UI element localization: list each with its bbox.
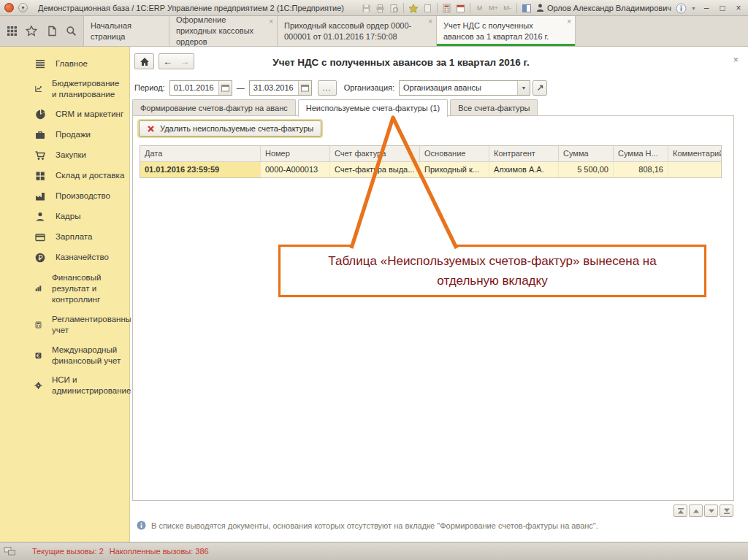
column-header-sum-vat[interactable]: Сумма Н... bbox=[614, 146, 668, 161]
status-bar: Текущие вызовы: 2 Накопленные вызовы: 38… bbox=[0, 542, 748, 560]
cell-basis[interactable]: Приходный к... bbox=[420, 162, 489, 177]
sections-menu-icon[interactable] bbox=[4, 23, 20, 39]
organization-value[interactable]: Организация авансы bbox=[400, 81, 517, 95]
split-window-icon[interactable] bbox=[522, 4, 532, 13]
memory-minus-button[interactable]: M- bbox=[503, 4, 512, 12]
save-icon[interactable] bbox=[362, 4, 371, 13]
sidebar-item-main[interactable]: Главное bbox=[0, 53, 129, 74]
go-to-top-button[interactable] bbox=[673, 505, 687, 517]
column-header-invoice[interactable]: Счет фактура bbox=[330, 146, 420, 161]
print-preview-icon[interactable] bbox=[389, 4, 399, 13]
close-tab-icon[interactable]: × bbox=[567, 18, 571, 26]
sidebar-item-crm[interactable]: CRM и маркетинг bbox=[0, 104, 129, 125]
close-form-icon[interactable]: × bbox=[733, 54, 739, 65]
toolbar-separator bbox=[437, 3, 438, 13]
sidebar-item-financial-result[interactable]: Финансовый результат и контроллинг bbox=[0, 268, 129, 310]
cell-sum-vat[interactable]: 808,16 bbox=[614, 162, 668, 177]
calculator-icon[interactable] bbox=[442, 4, 451, 13]
chevron-down-icon[interactable]: ▼ bbox=[517, 81, 530, 95]
attachment-icon[interactable] bbox=[423, 4, 432, 13]
close-tab-icon[interactable]: × bbox=[269, 18, 273, 26]
warehouse-grid-icon bbox=[34, 170, 46, 182]
tab-home[interactable]: Начальная страница bbox=[84, 16, 169, 46]
column-header-counterparty[interactable]: Контрагент bbox=[489, 146, 559, 161]
server-calls-icon bbox=[4, 546, 16, 556]
move-down-button[interactable] bbox=[704, 505, 718, 517]
page-title: Учет НДС с полученных авансов за 1 кварт… bbox=[131, 57, 671, 68]
home-button[interactable] bbox=[134, 53, 154, 69]
payroll-card-icon bbox=[34, 231, 46, 243]
minimize-button[interactable]: – bbox=[701, 3, 712, 13]
tab-invoice-generation[interactable]: Формирование счетов-фактур на аванс bbox=[132, 99, 296, 116]
cell-counterparty[interactable]: Алхимов А.А. bbox=[489, 162, 559, 177]
table-row[interactable]: 01.01.2016 23:59:59 0000-A000013 Счет-фа… bbox=[140, 162, 721, 177]
sidebar-item-budgeting[interactable]: Бюджетирование и планирование bbox=[0, 74, 129, 104]
column-header-sum[interactable]: Сумма bbox=[559, 146, 614, 161]
close-tab-icon[interactable]: × bbox=[428, 18, 432, 26]
go-to-bottom-button[interactable] bbox=[720, 505, 733, 517]
sidebar-item-hr[interactable]: Кадры bbox=[0, 207, 129, 227]
factory-icon bbox=[34, 191, 46, 202]
memory-button[interactable]: M bbox=[475, 4, 484, 12]
delete-unused-invoices-button[interactable]: Удалить неиспользуемые счета-фактуры bbox=[139, 120, 321, 137]
search-icon[interactable] bbox=[64, 23, 80, 39]
sidebar-item-administration[interactable]: НСИ и администрирование bbox=[0, 370, 129, 401]
close-window-button[interactable]: × bbox=[733, 3, 744, 13]
tab-vat-advances[interactable]: Учет НДС с полученных авансов за 1 кварт… bbox=[437, 16, 576, 46]
favorites-icon[interactable] bbox=[23, 23, 39, 39]
column-header-date[interactable]: Дата bbox=[140, 146, 261, 161]
info-icon bbox=[137, 521, 146, 530]
tab-unused-invoices[interactable]: Неиспользуемые счета-фактуры (1) bbox=[298, 99, 448, 117]
calendar-icon[interactable] bbox=[456, 4, 465, 13]
organization-combo[interactable]: Организация авансы ▼ bbox=[399, 80, 530, 96]
tab-all-invoices[interactable]: Все счета-фактуры bbox=[450, 99, 538, 116]
app-logo-icon[interactable] bbox=[4, 3, 14, 12]
sidebar-item-treasury[interactable]: Казначейство bbox=[0, 248, 129, 268]
period-to-field[interactable]: 31.03.2016 bbox=[249, 80, 312, 96]
accumulated-calls-counter: Накопленные вызовы: 386 bbox=[110, 547, 209, 556]
sidebar-item-international-accounting[interactable]: Международный финансовый учет bbox=[0, 340, 129, 371]
filter-row: Период: 01.01.2016 — 31.03.2016 ... Орга… bbox=[134, 80, 547, 96]
maximize-button[interactable]: □ bbox=[717, 3, 728, 13]
cell-sum[interactable]: 5 500,00 bbox=[559, 162, 614, 177]
cell-comment[interactable] bbox=[668, 162, 721, 177]
back-button[interactable]: ← bbox=[159, 53, 177, 69]
column-header-basis[interactable]: Основание bbox=[420, 146, 489, 161]
print-icon[interactable] bbox=[375, 4, 385, 13]
column-header-number[interactable]: Номер bbox=[261, 146, 330, 161]
chevron-down-icon[interactable]: ▼ bbox=[691, 6, 696, 11]
period-from-value[interactable]: 01.01.2016 bbox=[170, 81, 218, 95]
main-menu-button[interactable]: ▼ bbox=[18, 3, 28, 12]
move-up-button[interactable] bbox=[689, 505, 703, 517]
sidebar-item-production[interactable]: Производство bbox=[0, 186, 129, 207]
info-icon[interactable] bbox=[676, 3, 687, 14]
sidebar-item-payroll[interactable]: Зарплата bbox=[0, 227, 129, 248]
cell-number[interactable]: 0000-A000013 bbox=[261, 162, 330, 177]
cell-date[interactable]: 01.01.2016 23:59:59 bbox=[140, 162, 261, 177]
sidebar-item-sales[interactable]: Продажи bbox=[0, 125, 129, 145]
favorites-star-icon[interactable] bbox=[408, 4, 419, 13]
period-options-button[interactable]: ... bbox=[318, 80, 337, 96]
organization-choose-button[interactable] bbox=[533, 80, 547, 96]
form-tab-strip: Формирование счетов-фактур на аванс Неис… bbox=[132, 99, 540, 116]
calendar-picker-icon[interactable] bbox=[218, 81, 232, 95]
tab-cash-orders-list[interactable]: Оформление приходных кассовых ордеров × bbox=[169, 16, 278, 46]
memory-plus-button[interactable]: M+ bbox=[489, 4, 498, 12]
period-to-value[interactable]: 31.03.2016 bbox=[250, 81, 298, 95]
forward-button[interactable]: → bbox=[176, 53, 194, 69]
tab-tools bbox=[0, 16, 84, 46]
cell-invoice[interactable]: Счет-фактура выда... bbox=[330, 162, 420, 177]
pie-chart-icon bbox=[34, 109, 46, 120]
tab-cash-order-document[interactable]: Приходный кассовый ордер 0000-000001 от … bbox=[278, 16, 437, 46]
period-from-field[interactable]: 01.01.2016 bbox=[169, 80, 232, 96]
current-user[interactable]: Орлов Александр Владимирович bbox=[536, 4, 671, 12]
period-dash: — bbox=[237, 83, 245, 92]
sidebar-item-warehouse[interactable]: Склад и доставка bbox=[0, 166, 129, 186]
sidebar-item-regulated-accounting[interactable]: Регламентированный учет bbox=[0, 310, 129, 340]
titlebar-toolbar: M M+ M- Орлов Александр Владимирович ▼ –… bbox=[362, 0, 744, 16]
history-icon[interactable] bbox=[44, 23, 60, 39]
euro-icon bbox=[34, 350, 42, 361]
sidebar-item-purchasing[interactable]: Закупки bbox=[0, 145, 129, 166]
calendar-picker-icon[interactable] bbox=[298, 81, 311, 95]
column-header-comment[interactable]: Комментарий bbox=[668, 146, 721, 161]
